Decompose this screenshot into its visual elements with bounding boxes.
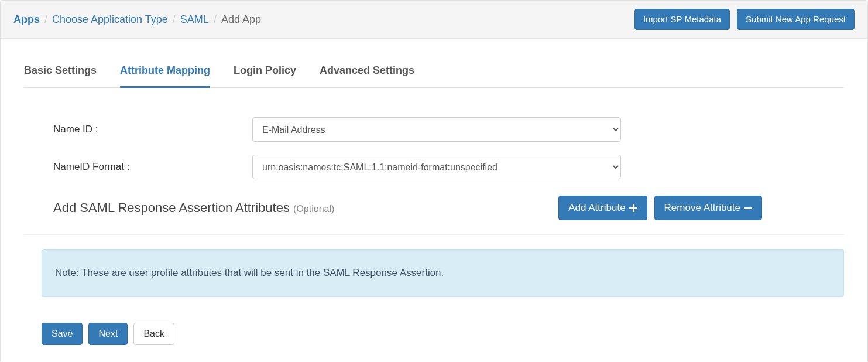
footer-actions: Save Next Back (42, 323, 844, 344)
form-area: Name ID : E-Mail Address NameID Format :… (24, 88, 844, 345)
breadcrumb-sep: / (44, 13, 47, 26)
assertion-section-header: Add SAML Response Assertion Attributes (… (53, 196, 844, 220)
add-attribute-label: Add Attribute (568, 202, 625, 214)
tab-login-policy[interactable]: Login Policy (234, 56, 296, 88)
body: Basic Settings Attribute Mapping Login P… (1, 39, 867, 362)
assertion-section-title: Add SAML Response Assertion Attributes (… (53, 200, 334, 216)
remove-attribute-button[interactable]: Remove Attribute (654, 196, 762, 220)
note-box: Note: These are user profile attributes … (42, 249, 844, 297)
topbar-actions: Import SP Metadata Submit New App Reques… (634, 9, 855, 30)
submit-new-app-request-button[interactable]: Submit New App Request (737, 9, 855, 30)
nameid-select[interactable]: E-Mail Address (252, 117, 621, 142)
breadcrumb-choose-type[interactable]: Choose Application Type (52, 13, 168, 26)
plus-icon (629, 204, 637, 212)
nameid-format-label: NameID Format : (53, 161, 252, 173)
remove-attribute-label: Remove Attribute (664, 202, 740, 214)
nameid-format-select[interactable]: urn:oasis:names:tc:SAML:1.1:nameid-forma… (252, 155, 621, 179)
breadcrumb-sep: / (173, 13, 176, 26)
breadcrumb-sep: / (214, 13, 217, 26)
breadcrumb-apps[interactable]: Apps (13, 13, 40, 26)
nameid-label: Name ID : (53, 124, 252, 135)
tab-attribute-mapping[interactable]: Attribute Mapping (120, 56, 210, 88)
assertion-title-text: Add SAML Response Assertion Attributes (53, 200, 293, 215)
back-button[interactable]: Back (133, 323, 174, 344)
tab-advanced-settings[interactable]: Advanced Settings (320, 56, 414, 88)
breadcrumb: Apps / Choose Application Type / SAML / … (13, 13, 261, 26)
app-config-page: Apps / Choose Application Type / SAML / … (0, 0, 868, 362)
save-button[interactable]: Save (42, 323, 83, 344)
assertion-actions: Add Attribute Remove Attribute (558, 196, 762, 220)
breadcrumb-saml[interactable]: SAML (180, 13, 209, 26)
add-attribute-button[interactable]: Add Attribute (558, 196, 647, 220)
tabs: Basic Settings Attribute Mapping Login P… (24, 56, 844, 88)
tab-basic-settings[interactable]: Basic Settings (24, 56, 97, 88)
next-button[interactable]: Next (88, 323, 128, 344)
divider (24, 234, 844, 235)
minus-icon (744, 204, 752, 212)
nameid-format-row: NameID Format : urn:oasis:names:tc:SAML:… (53, 155, 844, 179)
assertion-optional-text: (Optional) (293, 204, 334, 214)
import-sp-metadata-button[interactable]: Import SP Metadata (634, 9, 730, 30)
topbar: Apps / Choose Application Type / SAML / … (1, 1, 867, 39)
nameid-row: Name ID : E-Mail Address (53, 117, 844, 142)
breadcrumb-current: Add App (221, 13, 261, 26)
